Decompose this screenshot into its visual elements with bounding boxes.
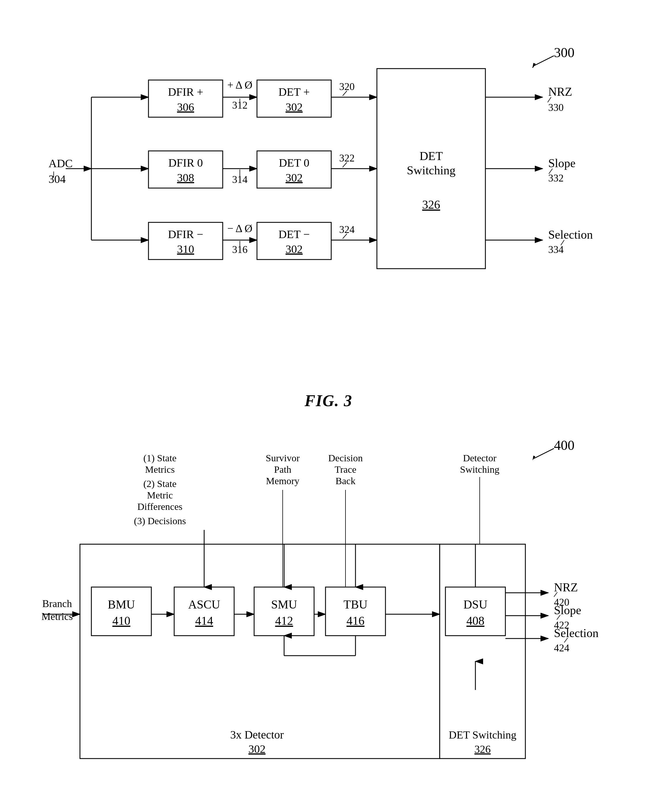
svg-text:308: 308 xyxy=(177,171,194,184)
det-out-ref-320: 320 xyxy=(339,81,355,92)
label-survivor-path-2: Path xyxy=(274,464,291,475)
svg-line-0 xyxy=(534,56,554,66)
det-out-ref-322: 322 xyxy=(339,152,355,164)
dsu-block xyxy=(445,587,505,636)
label-detector-switching-1: Detector xyxy=(463,453,497,463)
label-branch-metrics-1: Branch xyxy=(42,598,72,609)
svg-text:BMU: BMU xyxy=(107,598,135,611)
svg-text:DSU: DSU xyxy=(463,598,487,611)
svg-text:SMU: SMU xyxy=(271,598,297,611)
ascu-block xyxy=(174,587,234,636)
tbu-block xyxy=(325,587,386,636)
output-nrz: NRZ xyxy=(548,85,572,98)
svg-text:410: 410 xyxy=(112,614,131,627)
label-state-metrics-1: (1) State xyxy=(143,453,176,464)
svg-text:DET 0: DET 0 xyxy=(279,156,309,169)
fig3-ref-num: 300 xyxy=(554,45,574,60)
svg-text:DET +: DET + xyxy=(279,86,310,98)
label-3x-detector: 3x Detector xyxy=(230,728,284,741)
bmu-block xyxy=(91,587,151,636)
label-decisions: (3) Decisions xyxy=(134,515,186,526)
svg-text:DFIR 0: DFIR 0 xyxy=(168,156,203,169)
label-state-metric-diff-2: Metric xyxy=(147,490,173,500)
svg-text:408: 408 xyxy=(467,614,484,627)
svg-text:DFIR +: DFIR + xyxy=(168,86,203,98)
fig4-ref-num: 400 xyxy=(554,437,574,453)
adc-ref: 304 xyxy=(48,173,66,186)
fig4-output-slope: Slope xyxy=(554,604,581,617)
page: 300 ADC 304 xyxy=(0,0,657,812)
label-detector-switching-2: Switching xyxy=(460,464,500,475)
svg-text:306: 306 xyxy=(177,101,194,114)
svg-text:Switching: Switching xyxy=(407,164,455,177)
label-state-metric-diff-1: (2) State xyxy=(143,478,176,489)
svg-text:302: 302 xyxy=(285,171,303,184)
label-survivor-path-1: Survivor xyxy=(266,453,300,463)
label-det-switching: DET Switching xyxy=(449,729,517,741)
fig4-output-selection-ref: 424 xyxy=(554,642,569,654)
output-slope-ref: 332 xyxy=(548,172,564,184)
adc-label: ADC xyxy=(48,157,73,170)
fig4-output-nrz: NRZ xyxy=(554,581,578,594)
label-decision-trace-3: Back xyxy=(335,476,355,486)
output-slope: Slope xyxy=(548,157,576,170)
det-switching-ref: 326 xyxy=(422,198,440,211)
svg-text:TBU: TBU xyxy=(344,598,367,611)
output-nrz-ref: 330 xyxy=(548,102,564,113)
output-selection: Selection xyxy=(548,228,593,241)
svg-text:416: 416 xyxy=(347,614,364,627)
svg-text:412: 412 xyxy=(275,614,293,627)
label-state-metric-diff-3: Differences xyxy=(137,501,182,512)
smu-block xyxy=(254,587,314,636)
det-out-ref-324: 324 xyxy=(339,224,355,235)
svg-text:302: 302 xyxy=(285,101,303,114)
svg-text:ASCU: ASCU xyxy=(188,598,220,611)
svg-text:DFIR −: DFIR − xyxy=(168,228,203,240)
label-det-switching-ref: 326 xyxy=(475,743,491,755)
fig4-diagram: 400 (1) State Metrics (2) State Metric D… xyxy=(34,433,623,804)
fig4-output-selection: Selection xyxy=(554,626,598,640)
svg-text:414: 414 xyxy=(195,614,213,627)
fig3-label: FIG. 3 xyxy=(34,392,623,410)
label-3x-detector-ref: 302 xyxy=(248,743,266,756)
label-survivor-path-3: Memory xyxy=(266,476,299,486)
label-decision-trace-1: Decision xyxy=(328,453,363,463)
label-decision-trace-2: Trace xyxy=(335,464,357,475)
3x-detector-outer-box xyxy=(80,544,440,759)
svg-text:DET: DET xyxy=(419,150,443,162)
svg-text:310: 310 xyxy=(177,243,194,256)
svg-text:DET −: DET − xyxy=(279,228,310,240)
label-state-metrics-2: Metrics xyxy=(145,464,175,475)
phase-label-plus: + Δ Ø xyxy=(227,79,252,91)
svg-line-48 xyxy=(534,448,554,458)
svg-text:302: 302 xyxy=(285,243,303,256)
output-selection-ref: 334 xyxy=(548,244,564,255)
label-branch-metrics-2: Metrics xyxy=(41,611,73,622)
phase-label-minus: − Δ Ø xyxy=(227,222,252,234)
det-switching-outer-box xyxy=(440,544,525,759)
fig3-diagram: 300 ADC 304 xyxy=(34,40,623,383)
